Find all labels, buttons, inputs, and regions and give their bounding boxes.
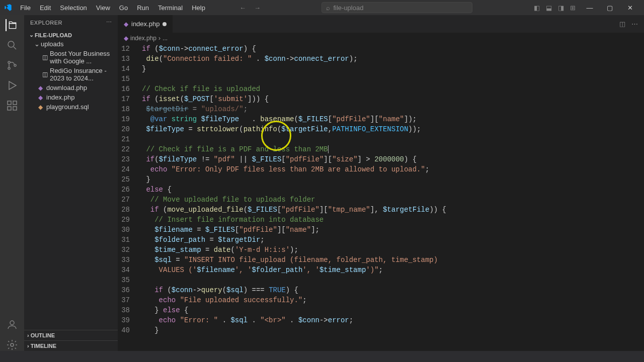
code-text: // Check if file is a PDF and less than … [142,144,644,154]
code-line[interactable]: 25 } [118,174,644,185]
svg-point-9 [11,343,14,346]
root-folder[interactable]: ⌄ FILE-UPLOAD [26,31,116,39]
sidebar-file[interactable]: ◫Boost Your Business with Google ... [26,49,116,66]
settings-gear-icon[interactable] [6,339,18,351]
line-number: 33 [118,255,142,265]
code-editor[interactable]: 12if ($conn->connect_error) {13 die("Con… [118,44,644,351]
tab-index-php[interactable]: ◆ index.php [118,15,173,33]
code-line[interactable]: 22 // Check if file is a PDF and less th… [118,144,644,154]
line-number: 27 [118,195,142,205]
code-line[interactable]: 33 $sql = "INSERT INTO file_upload (file… [118,255,644,265]
file-icon: ◫ [42,71,48,78]
code-line[interactable]: 30 $filename = $_FILES["pdfFile"]["name"… [118,225,644,235]
menu-selection[interactable]: Selection [56,2,91,14]
code-line[interactable]: 31 $folder_path = $targetDir; [118,235,644,245]
code-line[interactable]: 14} [118,64,644,74]
code-line[interactable]: 34 VALUES ('$filename', '$folder_path', … [118,265,644,275]
close-icon[interactable]: ✕ [620,0,640,15]
code-line[interactable]: 38 } else { [118,305,644,315]
code-line[interactable]: 17if (isset($_POST['submit'])) { [118,94,644,104]
menu-edit[interactable]: Edit [36,2,55,14]
explorer-title: EXPLORER [30,20,62,26]
code-line[interactable]: 13 die("Connection failed: " . $conn->co… [118,54,644,64]
code-text: die("Connection failed: " . $conn->conne… [142,54,644,64]
code-line[interactable]: 32 $time_stamp = date('Y-m-d H:i:s'); [118,245,644,255]
code-text [142,74,644,84]
line-number: 13 [118,54,142,64]
code-line[interactable]: 16// Check if file is uploaded [118,84,644,94]
code-line[interactable]: 21 [118,134,644,144]
code-line[interactable]: 36 if ($conn->query($sql) === TRUE) { [118,285,644,295]
sidebar-file[interactable]: ◆playground.sql [26,102,116,112]
uploads-folder-label: uploads [41,40,64,48]
code-line[interactable]: 12if ($conn->connect_error) { [118,44,644,54]
sidebar-header: EXPLORER ⋯ [24,15,118,30]
line-number: 15 [118,74,142,84]
uploads-folder[interactable]: ⌄ uploads [26,39,116,49]
nav-forward-icon[interactable]: → [254,4,261,12]
code-line[interactable]: 19 @var string $fileType . basename($_FI… [118,114,644,124]
svg-point-1 [8,61,10,63]
code-line[interactable]: 18 $targetDir = "uploads/"; [118,104,644,114]
code-line[interactable]: 26 else { [118,185,644,195]
code-line[interactable]: 28 if (move_uploaded_file($_FILES["pdfFi… [118,205,644,215]
explorer-more-icon[interactable]: ⋯ [106,19,112,26]
code-text: } else { [142,305,644,315]
code-line[interactable]: 40 } [118,325,644,335]
menu-terminal[interactable]: Terminal [154,2,187,14]
editor-area: ◆ index.php ◫ ⋯ ◆ index.php › ... 12if (… [118,15,644,351]
code-line[interactable]: 39 echo "Error: " . $sql . "<br>" . $con… [118,315,644,325]
accounts-icon[interactable] [6,319,18,331]
code-line[interactable]: 24 echo "Error: Only PDF files less than… [118,164,644,174]
line-number: 30 [118,225,142,235]
line-number: 29 [118,215,142,225]
code-line[interactable]: 15 [118,74,644,84]
code-line[interactable]: 23 if($fileType != "pdf" || $_FILES["pdf… [118,154,644,164]
layout-sidebar-right-icon[interactable]: ◨ [558,4,564,12]
menu-run[interactable]: Run [133,2,153,14]
search-input[interactable]: ⌕ file-upload [321,2,472,13]
outline-section[interactable]: › OUTLINE [24,330,118,340]
code-line[interactable]: 29 // Insert file information into datab… [118,215,644,225]
layout-panel-icon[interactable]: ⬓ [546,4,552,12]
sidebar-file[interactable]: ◫RediGo Insurance - 2023 to 2024... [26,66,116,83]
code-text: } [142,325,644,335]
line-number: 19 [118,114,142,124]
sql-file-icon: ◆ [36,104,44,111]
menu-go[interactable]: Go [115,2,132,14]
code-line[interactable]: 35 [118,275,644,285]
line-number: 24 [118,164,142,174]
code-line[interactable]: 20 $fileType = strtolower(pathinfo($targ… [118,124,644,134]
breadcrumb[interactable]: ◆ index.php › ... [118,33,644,44]
explorer-icon[interactable] [6,19,18,31]
more-actions-icon[interactable]: ⋯ [631,20,638,28]
menu-file[interactable]: File [16,2,35,14]
svg-point-8 [10,321,14,325]
search-activity-icon[interactable] [6,39,18,51]
minimize-icon[interactable]: — [580,0,600,15]
code-text [142,134,644,144]
timeline-section[interactable]: › TIMELINE [24,340,118,351]
code-text: echo "Error: " . $sql . "<br>" . $conn->… [142,315,644,325]
chevron-right-icon: › [27,332,29,338]
split-editor-icon[interactable]: ◫ [619,20,625,28]
nav-back-icon[interactable]: ← [239,4,246,12]
extensions-icon[interactable] [6,100,18,112]
code-text: $time_stamp = date('Y-m-d H:i:s'); [142,245,644,255]
layout-customize-icon[interactable]: ⊞ [570,4,576,12]
code-line[interactable]: 27 // Move uploaded file to uploads fold… [118,195,644,205]
layout-sidebar-left-icon[interactable]: ◧ [534,4,540,12]
sidebar-file[interactable]: ◆download.php [26,83,116,93]
sidebar-file[interactable]: ◆index.php [26,93,116,102]
menu-help[interactable]: Help [188,2,209,14]
code-text: if (isset($_POST['submit'])) { [142,94,644,104]
chevron-down-icon: ⌄ [34,40,40,48]
php-file-icon: ◆ [124,35,128,42]
code-text: if($fileType != "pdf" || $_FILES["pdfFil… [142,154,644,164]
menu-view[interactable]: View [92,2,114,14]
code-line[interactable]: 37 echo "File uploaded successfully."; [118,295,644,305]
run-debug-icon[interactable] [6,79,18,92]
file-label: RediGo Insurance - 2023 to 2024... [50,67,113,82]
maximize-icon[interactable]: ▢ [600,0,620,15]
source-control-icon[interactable] [6,59,18,71]
